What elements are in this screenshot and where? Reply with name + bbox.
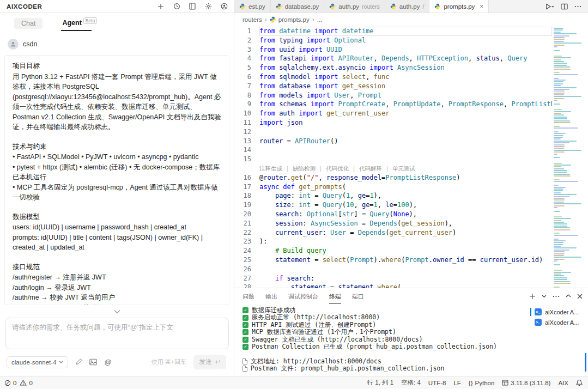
codelens-action[interactable]: 单元测试 xyxy=(392,165,415,172)
notifications-bell[interactable] xyxy=(576,379,583,386)
code-line[interactable]: 27 if search: xyxy=(234,274,552,283)
tab-agent[interactable]: AgentBeta xyxy=(62,19,97,29)
send-button[interactable]: 发送 xyxy=(193,355,226,369)
minimap-line xyxy=(554,223,567,224)
more-editor-actions-icon[interactable] xyxy=(574,5,581,8)
eol-status[interactable]: LF xyxy=(453,380,460,386)
language-mode-status[interactable]: {}Python xyxy=(469,380,495,386)
minimap-line xyxy=(554,272,571,273)
codelens-action[interactable]: 缺陷检测 xyxy=(293,165,316,172)
minimap-line xyxy=(554,190,563,191)
warnings-status[interactable]: 0 xyxy=(20,380,32,386)
code-line[interactable]: 21 session: AsyncSession = Depends(get_s… xyxy=(234,219,552,228)
codelens-action[interactable]: 代码优化 xyxy=(326,165,349,172)
code-line[interactable]: 14 xyxy=(234,145,552,155)
code-line[interactable]: 16@router.get("/", response_model=Prompt… xyxy=(234,173,552,183)
message-line: /auth/login → 登录返 JWT xyxy=(13,283,221,293)
code-line[interactable]: 7from database import get_session xyxy=(234,82,552,91)
code-line[interactable]: 15 xyxy=(234,155,552,164)
panel-tab-调试控制台[interactable]: 调试控制台 xyxy=(288,289,318,304)
breadcrumb-item[interactable]: routers xyxy=(243,16,262,23)
code-line[interactable]: 13router = APIRouter() xyxy=(234,137,552,146)
docs-icon[interactable] xyxy=(188,2,197,11)
editor-tab-est-py[interactable]: est.py xyxy=(234,0,271,13)
code-line[interactable]: 17async def get_prompts( xyxy=(234,183,552,192)
history-icon[interactable] xyxy=(172,2,181,11)
edit-prompt-icon[interactable] xyxy=(75,358,82,366)
tab-label: auth.py xyxy=(399,3,420,10)
run-python-file-icon[interactable] xyxy=(545,3,554,10)
terminal-output[interactable]: ✓数据库迁移成功✓服务启动正常 (http://localhost:8000)✓… xyxy=(234,304,530,376)
code-line[interactable]: 3from uuid import UUID xyxy=(234,45,552,54)
close-tab-icon[interactable]: × xyxy=(480,3,483,10)
chat-input[interactable] xyxy=(5,318,229,349)
code-line[interactable]: 24 # Build query xyxy=(234,246,552,256)
code-line[interactable]: 26 xyxy=(234,265,552,274)
panel-tab-输出[interactable]: 输出 xyxy=(265,289,277,304)
panel-tab-端口[interactable]: 端口 xyxy=(352,289,364,304)
code-line[interactable]: 10from auth import get_current_user xyxy=(234,109,552,118)
terminal-scrollbar-thumb[interactable] xyxy=(585,353,586,372)
code-line[interactable]: 4from fastapi import APIRouter, Depends,… xyxy=(234,54,552,63)
code-line[interactable]: 9from schemas import PromptCreate, Promp… xyxy=(234,100,552,109)
terminal-profile-dropdown-icon[interactable] xyxy=(542,295,547,298)
breadcrumb-item[interactable]: ... xyxy=(317,16,323,23)
editor-tab-auth-py[interactable]: auth.py/ xyxy=(385,0,430,13)
breadcrumb-item[interactable]: prompts.py xyxy=(270,16,310,23)
terminal-list-item[interactable]: >_aiXcoder A... xyxy=(530,307,588,317)
settings-icon[interactable] xyxy=(204,2,213,11)
code-line[interactable]: 28 statement = statement.where( xyxy=(234,283,552,288)
code-line[interactable]: 5from sqlalchemy.ext.asyncio import Asyn… xyxy=(234,63,552,72)
errors-status[interactable]: 0 xyxy=(4,380,16,386)
close-panel-icon[interactable] xyxy=(577,294,583,299)
code-line[interactable]: 18 page: int = Query(1, ge=1), xyxy=(234,191,552,200)
code-line[interactable]: 22 current_user: User = Depends(get_curr… xyxy=(234,228,552,238)
code-line[interactable]: 25 statement = select(Prompt).where(Prom… xyxy=(234,256,552,265)
codelens-action[interactable]: 代码解释 xyxy=(359,165,382,172)
code-line[interactable]: 2from typing import Optional xyxy=(234,36,552,45)
panel-tab-终端[interactable]: 终端 xyxy=(329,289,341,304)
editor-tab-auth-py[interactable]: auth.pyrouters xyxy=(324,0,385,13)
status-text: UTF-8 xyxy=(428,380,446,386)
terminal-more-actions-icon[interactable] xyxy=(553,295,560,297)
new-terminal-icon[interactable] xyxy=(529,293,536,300)
collapse-message-button[interactable] xyxy=(0,307,234,317)
split-editor-icon[interactable] xyxy=(561,3,568,10)
minimap-line xyxy=(554,273,561,275)
code-line[interactable]: 1from datetime import datetime xyxy=(234,27,552,36)
editor-tab-database-py[interactable]: database.py xyxy=(271,0,325,13)
terminal-list-item[interactable]: >_aiXcoder A... xyxy=(530,317,588,327)
new-chat-icon[interactable] xyxy=(156,2,165,11)
mention-context-icon[interactable]: @ xyxy=(104,358,111,366)
minimap-line xyxy=(554,170,567,171)
code-line[interactable]: 19 size: int = Query(10, ge=1, le=100), xyxy=(234,200,552,210)
aixcoder-status[interactable]: AIX xyxy=(558,380,568,386)
maximize-panel-icon[interactable] xyxy=(566,294,571,299)
minimap-line xyxy=(554,117,567,118)
codelens-action[interactable]: 注释生成 xyxy=(259,165,282,172)
line-number: 11 xyxy=(234,118,259,127)
account-icon[interactable] xyxy=(220,2,228,11)
code-line[interactable]: 8from models import User, Prompt xyxy=(234,91,552,100)
editor-tab-prompts-py[interactable]: prompts.py× xyxy=(429,0,489,13)
code-line[interactable]: 20 search: Optional[str] = Query(None), xyxy=(234,210,552,219)
cursor-position-status[interactable]: 行 1, 列 1 xyxy=(367,379,393,387)
model-selector[interactable]: claude-sonnet-4 xyxy=(7,356,68,368)
indentation-status[interactable]: 空格: 4 xyxy=(401,379,421,387)
code-editor[interactable]: 1from datetime import datetime2from typi… xyxy=(234,26,588,288)
minimap-line xyxy=(554,235,578,236)
minimap[interactable] xyxy=(552,26,588,288)
line-number: 13 xyxy=(234,137,259,146)
line-number: 22 xyxy=(234,228,259,238)
line-number: 7 xyxy=(234,82,259,91)
code-line[interactable]: 11import json xyxy=(234,118,552,127)
document-icon xyxy=(243,358,247,364)
code-line[interactable]: 12 xyxy=(234,127,552,137)
tab-chat[interactable]: Chat xyxy=(14,18,43,29)
python-interpreter-status[interactable]: 3.11.8 (3.11.8) xyxy=(502,380,550,386)
attach-image-icon[interactable] xyxy=(89,358,97,366)
code-line[interactable]: 23): xyxy=(234,237,552,246)
panel-tab-问题[interactable]: 问题 xyxy=(243,289,254,304)
encoding-status[interactable]: UTF-8 xyxy=(428,380,446,386)
code-line[interactable]: 6from sqlmodel import select, func xyxy=(234,72,552,82)
